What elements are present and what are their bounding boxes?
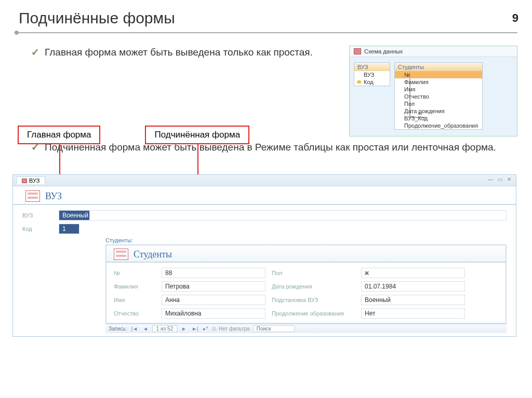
- callout-main-form-text: Главная форма: [27, 130, 91, 140]
- schema-field[interactable]: Пол: [395, 100, 482, 107]
- sub-label-pol: Пол: [272, 270, 355, 276]
- sub-input-pv[interactable]: Военный: [361, 295, 465, 305]
- checkmark-icon: ✓: [31, 46, 39, 59]
- sub-label-otch: Отчество: [114, 310, 155, 317]
- close-icon[interactable]: ✕: [506, 176, 513, 182]
- bullet-1: ✓ Главная форма может быть выведена толь…: [31, 46, 337, 59]
- search-input[interactable]: Поиск: [253, 325, 295, 332]
- field-input-kod[interactable]: 1: [59, 224, 79, 234]
- record-label: Запись:: [109, 326, 127, 332]
- nav-last-icon[interactable]: ►|: [191, 326, 200, 332]
- record-nav-bar: Запись: |◄ ◄ 1 из 52 ► ►| ▸* ⛒ Нет фильт…: [105, 324, 507, 333]
- nav-next-icon[interactable]: ►: [180, 326, 188, 332]
- schema-field[interactable]: Продолжение_образования: [395, 122, 482, 129]
- callout-sub-form: Подчинённая форма: [145, 126, 249, 144]
- nav-first-icon[interactable]: |◄: [130, 326, 139, 332]
- schema-field[interactable]: Отчество: [395, 93, 482, 100]
- schema-title-text: Схема данных: [364, 48, 403, 54]
- schema-field[interactable]: №: [395, 71, 482, 78]
- form-icon: [22, 179, 27, 183]
- sub-input-no[interactable]: 88: [162, 268, 265, 278]
- field-label-kod: Код: [22, 226, 54, 232]
- schema-panel: Схема данных ВУЗ ВУЗ Код 1 ∞ Студенты № …: [349, 46, 517, 136]
- sub-label-no: №: [114, 270, 155, 276]
- relationships-icon: [354, 48, 361, 54]
- slide-number: 9: [512, 11, 518, 25]
- callout-main-form: Главная форма: [18, 126, 100, 144]
- bullet-1-text: Главная форма может быть выведена только…: [45, 46, 313, 59]
- minimize-icon[interactable]: —: [487, 176, 494, 182]
- sub-input-pol[interactable]: ж: [361, 268, 465, 278]
- filter-status[interactable]: ⛒ Нет фильтра: [212, 326, 249, 332]
- nav-new-icon[interactable]: ▸*: [202, 326, 209, 332]
- schema-field[interactable]: ВУЗ: [354, 71, 390, 78]
- tab-vuz[interactable]: ВУЗ: [16, 176, 45, 184]
- tab-label: ВУЗ: [29, 177, 39, 184]
- sub-input-fam[interactable]: Петрова: [162, 281, 265, 292]
- field-label-vuz: ВУЗ: [22, 212, 54, 218]
- form-header-icon: [25, 190, 40, 202]
- form-header: ВУЗ: [13, 186, 516, 205]
- sub-input-imya[interactable]: Анна: [162, 295, 265, 305]
- subform-header-icon: [114, 249, 128, 260]
- sub-label-imya: Имя: [114, 297, 155, 303]
- callout-sub-form-text: Подчинённая форма: [154, 130, 240, 140]
- schema-table-students[interactable]: Студенты № Фамилия Имя Отчество Пол Дата…: [394, 62, 483, 130]
- schema-field[interactable]: ВУЗ_Код: [395, 115, 482, 122]
- subform-title: Студенты: [134, 249, 172, 260]
- sub-label-prod: Продолжение образования: [272, 310, 355, 317]
- sub-input-prod[interactable]: Нет: [361, 308, 465, 319]
- schema-table-vuz-head: ВУЗ: [354, 63, 390, 71]
- schema-table-students-head: Студенты: [395, 63, 482, 71]
- schema-panel-title: Схема данных: [350, 46, 517, 57]
- field-input-vuz[interactable]: Военный: [59, 210, 90, 221]
- form-window: ВУЗ — ▭ ✕ ВУЗ ВУЗ Военный Код 1 Студенты…: [12, 174, 516, 337]
- sub-label-pv: Подстановка ВУЗ: [272, 297, 355, 303]
- sub-label-fam: Фамилия: [114, 283, 155, 290]
- field-input-vuz-extend[interactable]: [90, 210, 507, 221]
- sub-label-dob: Дата рождения: [272, 283, 355, 290]
- slide-title: Подчинённые формы: [0, 0, 532, 31]
- schema-field[interactable]: Фамилия: [395, 78, 482, 86]
- schema-field[interactable]: Код: [354, 78, 390, 86]
- subform: Студенты № 88 Пол ж Фамилия Петрова Дата…: [105, 244, 507, 324]
- record-position[interactable]: 1 из 52: [152, 325, 177, 332]
- title-rule: [15, 31, 517, 34]
- restore-icon[interactable]: ▭: [496, 176, 503, 182]
- schema-field[interactable]: Дата рождения: [395, 107, 482, 115]
- form-title: ВУЗ: [45, 191, 62, 202]
- tab-bar: ВУЗ — ▭ ✕: [13, 175, 516, 186]
- nav-prev-icon[interactable]: ◄: [142, 326, 149, 332]
- schema-table-vuz[interactable]: ВУЗ ВУЗ Код: [354, 62, 390, 86]
- sub-input-otch[interactable]: Михайловна: [162, 308, 265, 319]
- subform-header: Студенты: [107, 245, 506, 263]
- sub-input-dob[interactable]: 01.07.1984: [361, 281, 465, 292]
- schema-field[interactable]: Имя: [395, 86, 482, 93]
- subform-label: Студенты:: [105, 237, 507, 243]
